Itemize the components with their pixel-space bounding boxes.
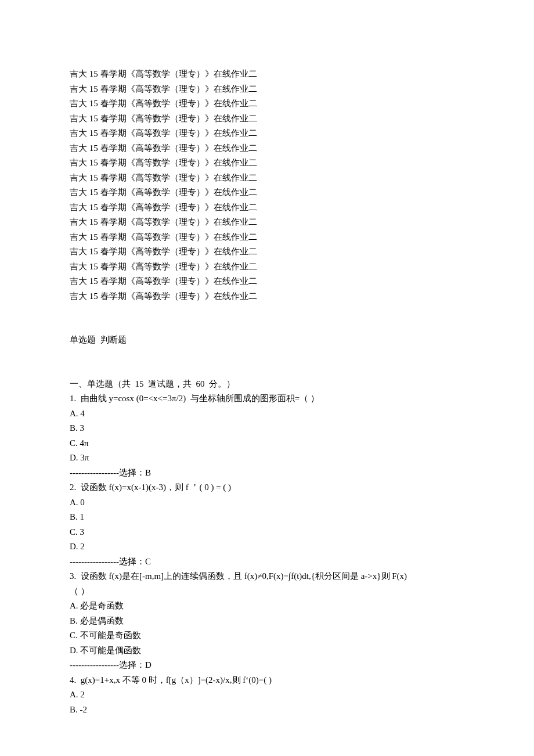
question-option: C. 3 xyxy=(70,525,464,540)
question-option: B. 3 xyxy=(70,421,464,436)
repeated-title-line: 吉大 15 春学期《高等数学（理专）》在线作业二 xyxy=(70,171,464,186)
repeated-title-line: 吉大 15 春学期《高等数学（理专）》在线作业二 xyxy=(70,185,464,200)
repeated-title-line: 吉大 15 春学期《高等数学（理专）》在线作业二 xyxy=(70,141,464,156)
repeated-title-line: 吉大 15 春学期《高等数学（理专）》在线作业二 xyxy=(70,126,464,141)
question-option: C. 4π xyxy=(70,436,464,451)
question-stem: 2. 设函数 f(x)=x(x-1)(x-3)，则 f ＇( 0 ) = ( ) xyxy=(70,480,464,495)
repeated-title-line: 吉大 15 春学期《高等数学（理专）》在线作业二 xyxy=(70,156,464,171)
repeated-title-line: 吉大 15 春学期《高等数学（理专）》在线作业二 xyxy=(70,215,464,230)
repeated-title-line: 吉大 15 春学期《高等数学（理专）》在线作业二 xyxy=(70,260,464,275)
section1-header: 一、单选题（共 15 道试题，共 60 分。） xyxy=(70,377,464,392)
section-types: 单选题 判断题 xyxy=(70,333,464,348)
question-answer: -----------------选择：B xyxy=(70,466,464,481)
repeated-title-line: 吉大 15 春学期《高等数学（理专）》在线作业二 xyxy=(70,111,464,127)
repeated-title-line: 吉大 15 春学期《高等数学（理专）》在线作业二 xyxy=(70,200,464,215)
question-option: A. 必是奇函数 xyxy=(70,599,464,614)
question-option: B. 1 xyxy=(70,510,464,525)
repeated-title-line: 吉大 15 春学期《高等数学（理专）》在线作业二 xyxy=(70,230,464,245)
question-stem: 1. 由曲线 y=cosx (0=<x<=3π/2) 与坐标轴所围成的图形面积=… xyxy=(70,391,464,406)
question-option: B. 必是偶函数 xyxy=(70,614,464,629)
repeated-title-line: 吉大 15 春学期《高等数学（理专）》在线作业二 xyxy=(70,82,464,97)
question-stem: 4. g(x)=1+x,x 不等 0 时，f[g（x）]=(2-x)/x,则 f… xyxy=(70,673,464,688)
repeated-title-line: 吉大 15 春学期《高等数学（理专）》在线作业二 xyxy=(70,289,464,304)
question: 2. 设函数 f(x)=x(x-1)(x-3)，则 f ＇( 0 ) = ( )… xyxy=(70,480,464,569)
spacer xyxy=(70,348,464,377)
question-stem: 3. 设函数 f(x)是在[-m,m]上的连续偶函数，且 f(x)≠0,F(x)… xyxy=(70,569,464,584)
question: 1. 由曲线 y=cosx (0=<x<=3π/2) 与坐标轴所围成的图形面积=… xyxy=(70,391,464,480)
question-option: A. 0 xyxy=(70,495,464,510)
question-option: B. -2 xyxy=(70,703,464,718)
spacer xyxy=(70,304,464,333)
question: 3. 设函数 f(x)是在[-m,m]上的连续偶函数，且 f(x)≠0,F(x)… xyxy=(70,569,464,673)
question-option: D. 2 xyxy=(70,539,464,555)
question: 4. g(x)=1+x,x 不等 0 时，f[g（x）]=(2-x)/x,则 f… xyxy=(70,673,464,718)
question-option: D. 不可能是偶函数 xyxy=(70,643,464,658)
question-option: C. 不可能是奇函数 xyxy=(70,628,464,643)
document-page: 吉大 15 春学期《高等数学（理专）》在线作业二吉大 15 春学期《高等数学（理… xyxy=(0,0,534,756)
repeated-title-line: 吉大 15 春学期《高等数学（理专）》在线作业二 xyxy=(70,244,464,260)
repeated-title-line: 吉大 15 春学期《高等数学（理专）》在线作业二 xyxy=(70,67,464,82)
repeated-title-line: 吉大 15 春学期《高等数学（理专）》在线作业二 xyxy=(70,96,464,111)
questions-block: 1. 由曲线 y=cosx (0=<x<=3π/2) 与坐标轴所围成的图形面积=… xyxy=(70,391,464,717)
repeated-title-block: 吉大 15 春学期《高等数学（理专）》在线作业二吉大 15 春学期《高等数学（理… xyxy=(70,67,464,304)
repeated-title-line: 吉大 15 春学期《高等数学（理专）》在线作业二 xyxy=(70,274,464,289)
question-stem-cont: （ ） xyxy=(70,584,464,599)
question-answer: -----------------选择：D xyxy=(70,658,464,673)
question-option: D. 3π xyxy=(70,451,464,466)
question-answer: -----------------选择：C xyxy=(70,555,464,570)
question-option: A. 4 xyxy=(70,406,464,422)
question-option: A. 2 xyxy=(70,687,464,703)
